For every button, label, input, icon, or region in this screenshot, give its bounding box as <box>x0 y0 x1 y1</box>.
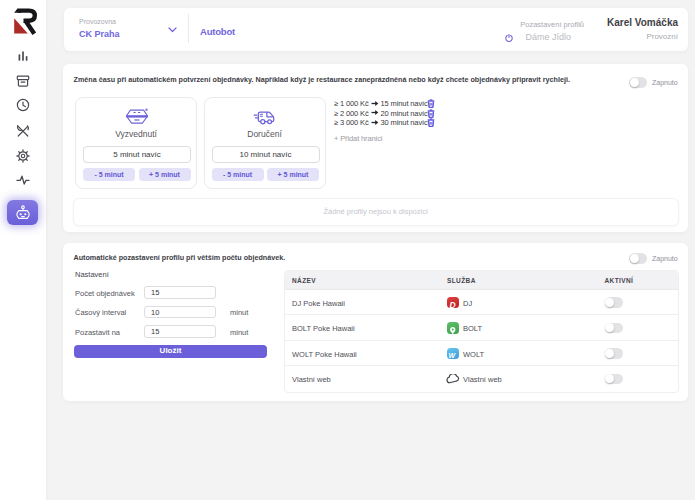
svg-text:D: D <box>450 300 456 310</box>
svg-text:W: W <box>449 352 457 359</box>
